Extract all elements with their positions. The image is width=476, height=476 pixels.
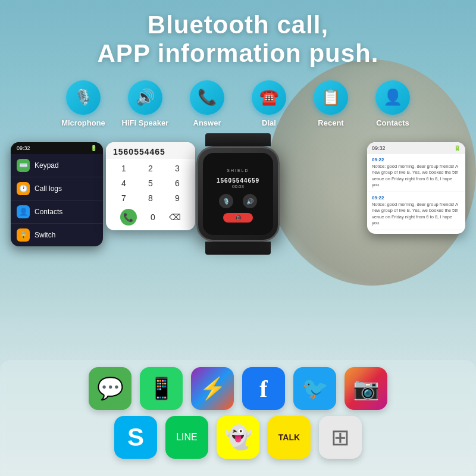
title-line2: APP information push.	[98, 39, 379, 67]
watch-call-number: 15605544659	[217, 177, 259, 184]
recent-icon: 📋	[314, 80, 348, 115]
feature-recent: 📋 Recent	[304, 80, 358, 127]
hifi-speaker-label: HiFi Speaker	[122, 118, 169, 127]
menu-battery: 🔋	[90, 145, 97, 151]
feature-contacts: 👤 Contacts	[366, 80, 419, 127]
watch-call-icons: 🎙️ 🔊	[219, 194, 257, 208]
microphone-label: Microphone	[61, 118, 105, 127]
app-more[interactable]: ⊞	[319, 416, 362, 459]
notif-battery: 🔋	[454, 145, 461, 151]
watch-strap-bottom	[205, 242, 271, 255]
dialer-key-3[interactable]: 3	[164, 161, 190, 176]
calllogs-label: Call logs	[35, 184, 62, 193]
feature-microphone: 🎙️ Microphone	[57, 80, 110, 127]
app-twitter[interactable]: 🐦	[293, 367, 336, 410]
app-messenger[interactable]: ⚡	[191, 367, 234, 410]
notif-time: 09:32	[372, 145, 386, 151]
answer-label: Answer	[193, 118, 221, 127]
dialer-key-1[interactable]: 1	[111, 161, 137, 176]
title-section: Bluetooth call, APP information push.	[0, 0, 476, 74]
watch-strap-top	[205, 133, 271, 146]
call-button[interactable]: 📞	[120, 209, 137, 226]
app-snapchat[interactable]: 👻	[217, 416, 259, 459]
watch-screen: SHIELD 15605544659 00:03 🎙️ 🔊 📵	[203, 153, 273, 235]
watch-end-call-button[interactable]: 📵	[223, 213, 253, 223]
feature-dial: ☎️ Dial	[242, 80, 296, 127]
dial-label: Dial	[262, 118, 276, 127]
app-messages[interactable]: 💬	[89, 367, 131, 410]
watch-brand: SHIELD	[227, 168, 249, 173]
notification-panel: 09:32 🔋 09:22 Notice: good morning, dear…	[367, 142, 465, 234]
microphone-icon: 🎙️	[66, 80, 101, 115]
notification-item-1: 09:22 Notice: good morning, dear group f…	[367, 154, 465, 192]
contacts-icon: 👤	[17, 205, 30, 218]
dialer-key-2[interactable]: 2	[137, 161, 164, 176]
watch-speaker-icon[interactable]: 🔊	[243, 194, 257, 208]
dialer-key-5[interactable]: 5	[137, 176, 164, 190]
notif-time-2: 09:22	[372, 195, 461, 201]
feature-hifi-speaker: 🔊 HiFi Speaker	[118, 80, 172, 127]
dialer-key-4[interactable]: 4	[111, 176, 137, 190]
main-container: Bluetooth call, APP information push. 🎙️…	[0, 0, 476, 476]
phone-menu-status: 09:32 🔋	[11, 142, 103, 154]
answer-icon: 📞	[190, 80, 224, 115]
menu-switch[interactable]: 🔒 Switch	[11, 224, 103, 246]
dialer-zero[interactable]: 0	[151, 212, 155, 222]
apps-row-2: SLINE👻TALK⊞	[12, 416, 464, 459]
app-whatsapp[interactable]: 📱	[140, 367, 183, 410]
app-skype[interactable]: S	[114, 416, 157, 459]
watch-side-button[interactable]	[278, 172, 280, 183]
switch-icon: 🔒	[17, 228, 30, 242]
switch-label: Switch	[35, 231, 55, 239]
middle-section: 09:32 🔋 ⌨️ Keypad 🕐 Call logs 👤 Contacts…	[0, 130, 476, 303]
watch-call-duration: 00:03	[232, 184, 244, 189]
dialer-key-7[interactable]: 7	[111, 191, 137, 205]
hifi-speaker-icon: 🔊	[128, 80, 162, 115]
app-kakao[interactable]: TALK	[268, 416, 311, 459]
notif-text-1: Notice: good morning, dear group friends…	[372, 164, 461, 189]
dial-icon: ☎️	[252, 80, 286, 115]
dialer-key-8[interactable]: 8	[137, 191, 164, 205]
dialer-backspace[interactable]: ⌫	[169, 212, 181, 222]
contacts-icon: 👤	[375, 80, 410, 115]
notification-header: 09:32 🔋	[367, 142, 465, 154]
recent-label: Recent	[318, 118, 343, 127]
title-line1: Bluetooth call,	[148, 11, 328, 39]
app-instagram[interactable]: 📷	[345, 367, 387, 410]
contacts-label: Contacts	[376, 118, 409, 127]
phone-menu-panel: 09:32 🔋 ⌨️ Keypad 🕐 Call logs 👤 Contacts…	[11, 142, 103, 246]
smartwatch: SHIELD 15605544659 00:03 🎙️ 🔊 📵	[187, 133, 289, 252]
menu-contacts[interactable]: 👤 Contacts	[11, 201, 103, 224]
menu-calllogs[interactable]: 🕐 Call logs	[11, 177, 103, 201]
apps-section: 💬📱⚡f🐦📷 SLINE👻TALK⊞	[0, 360, 476, 476]
notif-text-2: Notice: good morning, dear group friends…	[372, 202, 461, 227]
menu-time: 09:32	[17, 145, 30, 151]
notification-item-2: 09:22 Notice: good morning, dear group f…	[367, 192, 465, 230]
notif-time-1: 09:22	[372, 157, 461, 162]
dialer-number: 1560554465	[106, 142, 195, 159]
dialer-bottom: 📞 0 ⌫	[106, 208, 195, 227]
keypad-icon: ⌨️	[17, 159, 30, 172]
phone-dialer-panel: 1560554465 123456789 📞 0 ⌫	[106, 142, 195, 230]
calllogs-icon: 🕐	[17, 182, 30, 195]
apps-row-1: 💬📱⚡f🐦📷	[12, 367, 464, 410]
dialer-key-9[interactable]: 9	[164, 191, 190, 205]
feature-answer: 📞 Answer	[180, 80, 234, 127]
app-facebook[interactable]: f	[242, 367, 285, 410]
features-row: 🎙️ Microphone 🔊 HiFi Speaker 📞 Answer ☎️…	[0, 80, 476, 127]
dialer-key-6[interactable]: 6	[164, 176, 190, 190]
dialer-grid: 123456789	[106, 159, 195, 208]
keypad-label: Keypad	[35, 161, 59, 170]
watch-mute-icon[interactable]: 🎙️	[219, 194, 233, 208]
menu-keypad[interactable]: ⌨️ Keypad	[11, 154, 103, 177]
watch-body: SHIELD 15605544659 00:03 🎙️ 🔊 📵	[196, 146, 280, 242]
contacts-label: Contacts	[35, 208, 62, 216]
app-line[interactable]: LINE	[165, 416, 208, 459]
page-title: Bluetooth call, APP information push.	[0, 11, 476, 68]
